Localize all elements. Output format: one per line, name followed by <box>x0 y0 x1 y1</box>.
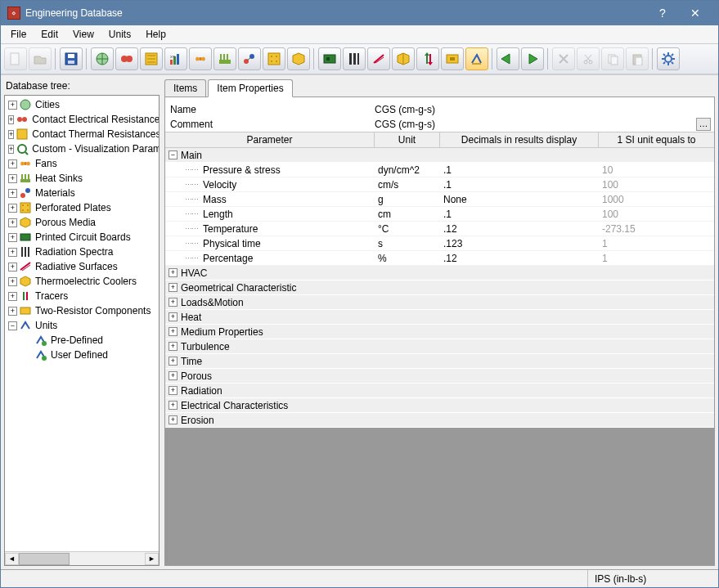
menu-edit[interactable]: Edit <box>34 27 65 42</box>
grid-row[interactable]: ⋯⋯MassgNone1000 <box>165 192 714 207</box>
category-row[interactable]: +HVAC <box>165 266 714 281</box>
cell-unit[interactable]: cm <box>375 209 440 220</box>
category-row[interactable]: +Geometrical Characteristic <box>165 281 714 295</box>
category-row[interactable]: +Turbulence <box>165 339 714 354</box>
tree-item[interactable]: +Tracers <box>5 289 159 303</box>
tree-item[interactable]: +Contact Thermal Resistances <box>5 127 159 141</box>
header-parameter[interactable]: Parameter <box>165 132 375 147</box>
scroll-thumb[interactable] <box>19 553 70 565</box>
two-res-btn[interactable] <box>441 47 464 70</box>
header-si[interactable]: 1 SI unit equals to <box>599 132 714 147</box>
porous-btn[interactable] <box>287 47 310 70</box>
expand-icon[interactable]: + <box>8 159 17 168</box>
expand-icon[interactable]: + <box>8 174 17 183</box>
expand-icon[interactable]: + <box>8 130 14 139</box>
tree-item[interactable]: +Two-Resistor Components <box>5 303 159 318</box>
expand-icon[interactable]: + <box>8 248 17 257</box>
units-btn[interactable] <box>465 47 488 70</box>
cell-decimals[interactable]: .12 <box>440 223 599 235</box>
expand-icon[interactable]: + <box>169 386 178 395</box>
cell-unit[interactable]: g <box>375 194 440 205</box>
expand-icon[interactable]: + <box>8 189 17 198</box>
category-row[interactable]: +Medium Properties <box>165 325 714 339</box>
tree-hscrollbar[interactable]: ◄ ► <box>5 551 159 565</box>
comment-ellipsis-btn[interactable]: … <box>696 118 711 131</box>
tree-item[interactable]: +Radiative Surfaces <box>5 259 159 274</box>
heatsinks-btn[interactable] <box>213 47 236 70</box>
cell-decimals[interactable]: .1 <box>440 209 599 220</box>
nav-back-btn[interactable] <box>497 47 519 70</box>
header-unit[interactable]: Unit <box>375 132 440 147</box>
database-tree[interactable]: +Cities+Contact Electrical Resistances+C… <box>4 95 160 566</box>
expand-icon[interactable]: + <box>169 283 178 292</box>
cell-decimals[interactable]: .1 <box>440 179 599 191</box>
contact-elec-btn[interactable] <box>115 47 138 70</box>
tracers-btn[interactable] <box>416 47 439 70</box>
pcb-btn[interactable] <box>318 47 341 70</box>
perforated-btn[interactable] <box>263 47 285 70</box>
tab-items[interactable]: Items <box>164 79 206 97</box>
expand-icon[interactable]: + <box>8 204 17 213</box>
prop-name-value[interactable]: CGS (cm-g-s) <box>375 104 714 115</box>
tab-item-properties[interactable]: Item Properties <box>208 79 292 97</box>
grid-row[interactable]: ⋯⋯Physical times.1231 <box>165 236 714 251</box>
expand-icon[interactable]: + <box>8 233 17 242</box>
tree-item[interactable]: +Fans <box>5 156 159 171</box>
expand-icon[interactable]: + <box>8 307 17 316</box>
category-row[interactable]: +Heat <box>165 310 714 325</box>
expand-icon[interactable]: + <box>169 298 178 307</box>
cell-decimals[interactable]: None <box>440 194 599 205</box>
category-row[interactable]: +Erosion <box>165 413 714 428</box>
tree-item[interactable]: +Porous Media <box>5 215 159 230</box>
rad-spectra-btn[interactable] <box>343 47 366 70</box>
save-btn[interactable] <box>60 47 83 70</box>
expand-icon[interactable]: + <box>8 115 14 124</box>
materials-btn[interactable] <box>238 47 261 70</box>
tree-item[interactable]: User Defined <box>5 348 159 362</box>
cell-unit[interactable]: cm/s <box>375 179 440 191</box>
grid-row[interactable]: ⋯⋯Pressure & stressdyn/cm^2.110 <box>165 163 714 177</box>
expand-icon[interactable]: + <box>169 268 178 277</box>
help-button[interactable]: ? <box>646 7 679 20</box>
category-row[interactable]: +Radiation <box>165 384 714 398</box>
expand-icon[interactable]: + <box>8 101 17 110</box>
tree-item[interactable]: +Cities <box>5 97 159 112</box>
tree-item[interactable]: +Contact Electrical Resistances <box>5 112 159 127</box>
header-decimals[interactable]: Decimals in results display <box>440 132 599 147</box>
prop-comment-value[interactable]: CGS (cm-g-s) <box>375 119 696 130</box>
expand-icon[interactable]: + <box>169 401 178 410</box>
expand-icon[interactable]: + <box>8 263 17 272</box>
tree-item[interactable]: +Printed Circuit Boards <box>5 230 159 245</box>
cities-btn[interactable] <box>91 47 114 70</box>
cell-decimals[interactable]: .123 <box>440 238 599 249</box>
expand-icon[interactable]: + <box>169 357 178 366</box>
nav-fwd-btn[interactable] <box>521 47 544 70</box>
category-row[interactable]: +Time <box>165 354 714 369</box>
scroll-left-btn[interactable]: ◄ <box>5 553 19 565</box>
rad-surf-btn[interactable] <box>367 47 390 70</box>
cell-unit[interactable]: °C <box>375 223 440 235</box>
cell-unit[interactable]: dyn/cm^2 <box>375 164 440 176</box>
cell-decimals[interactable]: .12 <box>440 253 599 264</box>
contact-therm-btn[interactable] <box>140 47 163 70</box>
category-row[interactable]: +Loads&Motion <box>165 295 714 310</box>
tree-item[interactable]: +Heat Sinks <box>5 171 159 186</box>
menu-units[interactable]: Units <box>102 27 137 42</box>
expand-icon[interactable]: + <box>169 371 178 380</box>
close-button[interactable]: ✕ <box>679 7 712 20</box>
expand-icon[interactable]: + <box>169 342 178 351</box>
expand-icon[interactable]: + <box>169 415 178 424</box>
category-row[interactable]: − Main <box>165 148 714 163</box>
cell-unit[interactable]: % <box>375 253 440 264</box>
grid-row[interactable]: ⋯⋯Percentage%.121 <box>165 251 714 266</box>
custom-vis-btn[interactable]: x= <box>164 47 187 70</box>
expand-icon[interactable]: + <box>169 312 178 321</box>
scroll-right-btn[interactable]: ► <box>145 553 159 565</box>
tree-item[interactable]: −Units <box>5 318 159 333</box>
tree-item[interactable]: +Custom - Visualization Parameters <box>5 141 159 156</box>
tree-item[interactable]: +Radiation Spectra <box>5 245 159 259</box>
menu-file[interactable]: File <box>4 27 33 42</box>
menu-help[interactable]: Help <box>139 27 173 42</box>
cell-unit[interactable]: s <box>375 238 440 249</box>
expand-icon[interactable]: + <box>169 327 178 336</box>
